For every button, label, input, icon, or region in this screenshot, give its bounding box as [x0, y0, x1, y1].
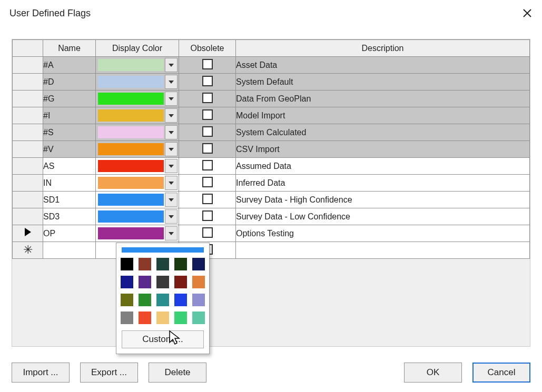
display-color-cell[interactable]: [96, 74, 179, 91]
table-row[interactable]: ASAssumed Data: [13, 158, 530, 175]
obsolete-checkbox[interactable]: [202, 93, 213, 103]
color-dropdown-button[interactable]: [165, 75, 178, 89]
name-cell[interactable]: IN: [43, 175, 96, 192]
delete-button[interactable]: Delete: [149, 363, 206, 383]
obsolete-checkbox[interactable]: [202, 59, 213, 69]
display-color-cell[interactable]: [96, 124, 179, 141]
display-color-cell[interactable]: [96, 91, 179, 107]
description-cell[interactable]: Asset Data: [236, 57, 530, 74]
obsolete-checkbox[interactable]: [202, 210, 213, 221]
color-dropdown-button[interactable]: [165, 142, 178, 156]
table-row[interactable]: SD3Survey Data - Low Confidence: [13, 208, 530, 225]
color-option[interactable]: [174, 294, 187, 306]
color-option[interactable]: [156, 311, 169, 324]
ok-button[interactable]: OK: [404, 363, 462, 383]
table-row[interactable]: INInferred Data: [13, 175, 530, 192]
name-cell[interactable]: OP: [43, 225, 96, 242]
obsolete-cell[interactable]: [179, 225, 236, 242]
color-option[interactable]: [156, 258, 169, 270]
obsolete-checkbox[interactable]: [202, 227, 213, 238]
color-option[interactable]: [139, 311, 151, 324]
table-row[interactable]: #SSystem Calculated: [13, 124, 530, 141]
display-color-cell[interactable]: [96, 158, 179, 175]
color-option[interactable]: [156, 294, 169, 306]
obsolete-checkbox[interactable]: [202, 143, 213, 154]
table-row[interactable]: #AAsset Data: [13, 57, 530, 74]
obsolete-cell[interactable]: [179, 208, 236, 225]
table-row[interactable]: #IModel Import: [13, 107, 530, 124]
description-cell[interactable]: Model Import: [236, 107, 530, 124]
obsolete-checkbox[interactable]: [202, 160, 213, 170]
obsolete-cell[interactable]: [179, 57, 236, 74]
description-cell[interactable]: System Calculated: [236, 124, 530, 141]
col-header-obsolete[interactable]: Obsolete: [179, 40, 236, 57]
obsolete-checkbox[interactable]: [202, 76, 213, 86]
obsolete-cell[interactable]: [179, 124, 236, 141]
row-marker[interactable]: [13, 175, 43, 192]
row-marker[interactable]: [13, 158, 43, 175]
color-option[interactable]: [174, 276, 187, 288]
table-row[interactable]: #GData From GeoPlan: [13, 91, 530, 107]
color-dropdown-button[interactable]: [165, 209, 178, 224]
obsolete-cell[interactable]: [179, 91, 236, 107]
obsolete-cell[interactable]: [179, 192, 236, 208]
color-option[interactable]: [192, 276, 205, 288]
color-dropdown-button[interactable]: [165, 58, 178, 72]
obsolete-checkbox[interactable]: [202, 109, 213, 120]
name-cell[interactable]: #S: [43, 124, 96, 141]
obsolete-checkbox[interactable]: [202, 126, 213, 137]
obsolete-checkbox[interactable]: [202, 194, 213, 204]
description-cell[interactable]: Data From GeoPlan: [236, 91, 530, 107]
row-marker[interactable]: [13, 141, 43, 158]
color-dropdown-button[interactable]: [165, 176, 178, 190]
name-cell[interactable]: SD1: [43, 192, 96, 208]
display-color-cell[interactable]: [96, 208, 179, 225]
display-color-cell[interactable]: [96, 107, 179, 124]
color-option[interactable]: [174, 258, 187, 270]
table-row[interactable]: #DSystem Default: [13, 74, 530, 91]
import-button[interactable]: Import ...: [12, 363, 70, 383]
row-marker[interactable]: [13, 57, 43, 74]
color-option[interactable]: [121, 311, 133, 324]
export-button[interactable]: Export ...: [80, 363, 138, 383]
row-marker[interactable]: [13, 192, 43, 208]
color-option[interactable]: [139, 276, 151, 288]
table-row[interactable]: #VCSV Import: [13, 141, 530, 158]
color-option[interactable]: [192, 311, 205, 324]
row-marker[interactable]: [13, 91, 43, 107]
description-cell[interactable]: Options Testing: [236, 225, 530, 242]
obsolete-cell[interactable]: [179, 107, 236, 124]
color-option[interactable]: [121, 258, 133, 270]
name-cell[interactable]: #A: [43, 57, 96, 74]
cancel-button[interactable]: Cancel: [472, 363, 530, 383]
obsolete-cell[interactable]: [179, 141, 236, 158]
name-cell[interactable]: #D: [43, 74, 96, 91]
description-cell[interactable]: Survey Data - Low Confidence: [236, 208, 530, 225]
row-marker[interactable]: [13, 74, 43, 91]
description-cell[interactable]: [236, 242, 530, 259]
row-marker[interactable]: [13, 124, 43, 141]
name-cell[interactable]: #G: [43, 91, 96, 107]
color-option[interactable]: [139, 258, 151, 270]
name-cell[interactable]: SD3: [43, 208, 96, 225]
col-header-display-color[interactable]: Display Color: [96, 40, 179, 57]
color-dropdown-button[interactable]: [165, 92, 178, 106]
description-cell[interactable]: Survey Data - High Confidence: [236, 192, 530, 208]
color-option[interactable]: [174, 311, 187, 324]
color-option[interactable]: [139, 294, 151, 306]
table-row[interactable]: OPOptions Testing: [13, 225, 530, 242]
display-color-cell[interactable]: [96, 57, 179, 74]
row-marker[interactable]: ✳: [13, 242, 43, 259]
color-dropdown-button[interactable]: [165, 226, 178, 240]
description-cell[interactable]: Assumed Data: [236, 158, 530, 175]
description-cell[interactable]: Inferred Data: [236, 175, 530, 192]
color-dropdown-button[interactable]: [165, 125, 178, 139]
new-row[interactable]: ✳: [13, 242, 530, 259]
close-icon[interactable]: [520, 6, 535, 21]
color-option[interactable]: [192, 294, 205, 306]
row-marker[interactable]: [13, 225, 43, 242]
row-marker[interactable]: [13, 107, 43, 124]
obsolete-cell[interactable]: [179, 158, 236, 175]
table-row[interactable]: SD1Survey Data - High Confidence: [13, 192, 530, 208]
color-dropdown-button[interactable]: [165, 193, 178, 207]
